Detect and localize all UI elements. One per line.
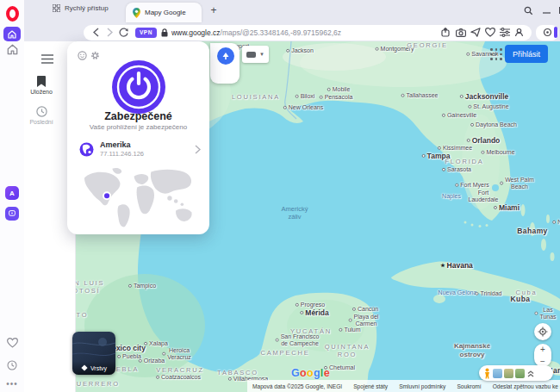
send-to-flow-icon[interactable] <box>468 26 482 39</box>
maximize-button[interactable] <box>556 3 560 17</box>
sidebar-more-button[interactable]: ••• <box>0 379 24 389</box>
url-text[interactable]: www.google.cz/maps/@25.3348146,-89.97159… <box>171 28 439 37</box>
feedback-smiley-icon[interactable] <box>78 51 87 60</box>
collapse-chevrons-icon[interactable] <box>526 369 535 377</box>
easy-setup-tune-icon[interactable] <box>497 26 512 39</box>
opera-menu-button[interactable] <box>0 6 24 22</box>
bookmark-heart-icon[interactable] <box>482 26 497 39</box>
imagery-bar[interactable] <box>479 365 553 381</box>
sidebar-item-saved[interactable]: Uloženo <box>24 76 59 95</box>
map-label[interactable]: Nassau <box>552 219 560 226</box>
map-label[interactable]: San Francisco de Campeche <box>276 333 320 348</box>
map-label[interactable]: Nueva Gelona <box>439 289 477 296</box>
map-label[interactable]: Naples <box>442 193 461 200</box>
map-label[interactable]: SAN LUIS POTOSÍ <box>76 279 104 295</box>
reload-button[interactable] <box>116 27 130 39</box>
map-label[interactable]: West Palm Beach <box>500 177 534 191</box>
tab-speed-dial[interactable]: Rychlý přístup <box>53 4 109 12</box>
map-label[interactable]: Melbourne <box>481 149 514 156</box>
tab-search-icon[interactable] <box>521 3 535 17</box>
imagery-thumbnail[interactable] <box>504 369 513 378</box>
map-label[interactable]: Orlando <box>467 136 501 145</box>
workspace-secondary[interactable] <box>0 44 24 55</box>
map-label[interactable]: GEORGIE <box>407 41 448 49</box>
new-tab-button[interactable]: + <box>207 3 221 17</box>
map-label[interactable]: Gainesville <box>442 112 476 119</box>
map-label[interactable]: Kuba <box>511 295 531 303</box>
zoom-in-button[interactable]: + <box>534 344 551 356</box>
gear-icon[interactable] <box>90 51 100 60</box>
attribution-item[interactable]: Mapová data ©2025 Google, INEGI <box>252 383 342 389</box>
back-button[interactable] <box>89 27 103 39</box>
google-apps-grid-icon[interactable] <box>490 48 503 61</box>
map-label[interactable]: CAMPECHE <box>261 349 310 357</box>
sidebar-item-recents[interactable]: Poslední <box>24 106 59 125</box>
workspace-home-active[interactable] <box>0 27 24 41</box>
map-label[interactable]: GUANAJUATO <box>76 311 88 319</box>
map-label[interactable]: Mérida <box>300 308 328 317</box>
map-label[interactable]: Jackson <box>286 47 314 54</box>
vpn-location-row[interactable]: Amerika 77.111.246.126 <box>79 139 201 159</box>
lock-icon[interactable] <box>161 28 168 37</box>
map-label[interactable]: Tulum <box>339 327 360 333</box>
map-label[interactable]: VERACRUZ <box>156 366 204 374</box>
imagery-thumbnail[interactable] <box>493 369 502 378</box>
attribution-item[interactable]: Soukromí <box>457 383 481 389</box>
map-label[interactable]: Coatzacoalcos <box>156 374 201 381</box>
map-label[interactable]: Americký záliv <box>282 205 308 221</box>
attribution-links[interactable]: Mapová data ©2025 Google, INEGISpojené s… <box>252 383 560 389</box>
attribution-item[interactable]: Smluvní podmínky <box>399 383 445 389</box>
map-label[interactable]: Biloxi <box>296 93 315 100</box>
share-icon[interactable] <box>439 26 453 39</box>
map-type-dropdown[interactable]: ▼ <box>242 46 269 63</box>
messenger-button[interactable] <box>0 207 24 221</box>
map-label[interactable]: Trinidad <box>475 290 501 297</box>
map-label[interactable]: QUINTANA ROO <box>325 343 370 358</box>
vpn-badge[interactable]: VPN <box>135 28 157 38</box>
map-label[interactable]: St. Augustine <box>468 103 508 110</box>
tab-active[interactable]: Mapy Google <box>126 3 202 22</box>
minimize-button[interactable] <box>539 3 553 17</box>
attribution-item[interactable]: Odeslat zpětnou vazbu ke službě <box>493 383 560 389</box>
profile-icon[interactable] <box>512 26 526 39</box>
maps-menu-button[interactable] <box>24 52 59 67</box>
map-label[interactable]: Daytona Beach <box>470 121 517 128</box>
map-label[interactable]: LOUISIANA <box>232 93 280 101</box>
map-label[interactable]: Tallahassee <box>401 92 439 99</box>
forward-button[interactable] <box>103 27 116 39</box>
map-label[interactable]: Orizaba <box>139 358 165 364</box>
map-label[interactable]: Pensacola <box>320 94 353 101</box>
map-label[interactable]: Fort Lauderdale <box>468 190 498 204</box>
map-label[interactable]: Heroica Veracruz <box>162 347 191 362</box>
map-label[interactable]: Sarasota <box>442 166 471 173</box>
address-bar[interactable]: VPN www.google.cz/maps/@25.3348146,-89.9… <box>84 25 532 40</box>
map-label[interactable]: FLORIDA <box>445 158 483 165</box>
map-label[interactable]: Fort Myers <box>455 182 488 189</box>
imagery-thumbnail[interactable] <box>515 369 525 378</box>
pegman-icon[interactable] <box>483 368 491 379</box>
layers-button[interactable]: Vrstvy <box>72 332 115 375</box>
directions-icon[interactable] <box>217 47 234 65</box>
map-label[interactable]: ★Havana <box>440 261 473 270</box>
map-label[interactable]: Cancún <box>352 306 378 313</box>
map-label[interactable]: Jacksonville <box>460 92 509 101</box>
history-button[interactable] <box>0 360 24 370</box>
map-label[interactable]: New Orleans <box>283 104 323 111</box>
map-label[interactable]: Kajmanské ostrovy <box>454 342 490 358</box>
zoom-control[interactable]: + − <box>534 344 551 367</box>
favorites-heart-button[interactable] <box>0 338 24 348</box>
maps-search-card[interactable] <box>210 43 240 84</box>
vpn-power-button[interactable] <box>112 60 165 114</box>
my-location-button[interactable] <box>534 323 551 340</box>
map-label[interactable]: Bahamy <box>517 227 547 235</box>
map-label[interactable]: Miami <box>494 203 520 212</box>
snapshot-camera-icon[interactable] <box>453 26 468 39</box>
map-label[interactable]: Las Tunas <box>534 307 556 321</box>
attribution-item[interactable]: Spojené státy <box>353 383 388 389</box>
aria-ai-button[interactable]: A <box>0 186 24 200</box>
signin-button[interactable]: Přihlásit <box>505 45 548 63</box>
map-label[interactable]: Puebla <box>117 353 141 360</box>
map-label[interactable]: Mobile <box>327 86 351 93</box>
map-label[interactable]: GUERRERO <box>76 380 120 388</box>
map-label[interactable]: Tampico <box>128 283 156 289</box>
